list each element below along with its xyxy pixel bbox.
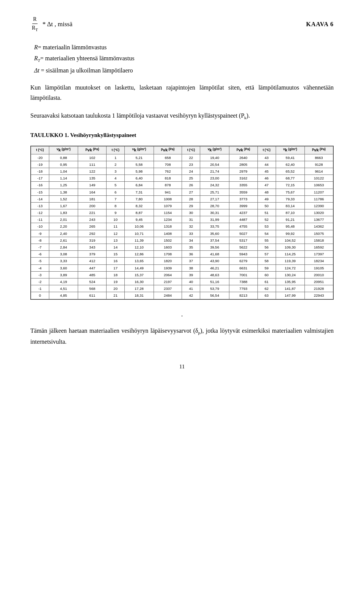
table-cell: 1318 — [154, 223, 182, 230]
table-cell: 5622 — [229, 244, 257, 251]
table-cell: 1 — [107, 154, 125, 161]
table-cell: 30 — [182, 209, 200, 216]
table-cell: 104,52 — [276, 237, 305, 244]
table-cell: 10122 — [305, 175, 333, 182]
table-cell: 18234 — [305, 258, 333, 264]
table-cell: 1708 — [154, 251, 182, 258]
table-cell: -12 — [31, 209, 49, 216]
table-cell: 1,25 — [49, 182, 78, 189]
table-cell: 3162 — [229, 175, 257, 182]
dot-separator: . — [30, 309, 334, 320]
table-cell: 49 — [257, 195, 276, 202]
table-cell: 8,87 — [125, 209, 154, 216]
table-cell: 15818 — [305, 237, 333, 244]
table-row: -53,334121613,6518203743,90627958119,391… — [31, 258, 333, 264]
table-row: -131,6720088,3210792928,7039995083,14123… — [31, 202, 333, 209]
table-cell: -2 — [31, 278, 49, 285]
table-cell: 708 — [154, 161, 182, 168]
table-cell: 39,56 — [200, 244, 229, 251]
table-cell: 79,33 — [276, 195, 305, 202]
table-cell: 14,49 — [125, 264, 154, 271]
table-cell: 412 — [78, 258, 107, 264]
table-cell: 39 — [182, 271, 200, 278]
table-cell: 4237 — [229, 209, 257, 216]
table-cell: 2,61 — [49, 237, 78, 244]
table-cell: 5,98 — [125, 168, 154, 175]
table-cell: 114,25 — [276, 251, 305, 258]
table-cell: 47 — [257, 182, 276, 189]
table-cell: 48 — [257, 189, 276, 195]
col-header-vk2: vk (g/m³) — [125, 146, 154, 154]
table-cell: 164 — [78, 189, 107, 195]
formula-line: R RT * Δt , missä KAAVA 6 — [30, 15, 334, 33]
table-cell: 3999 — [229, 202, 257, 209]
table-cell: 33 — [182, 230, 200, 237]
table-cell: 68,77 — [276, 175, 305, 182]
table-cell: 57 — [257, 251, 276, 258]
table-cell: 59,41 — [276, 154, 305, 161]
table-cell: 1603 — [154, 244, 182, 251]
table-cell: 53 — [257, 223, 276, 230]
table-cell: 3,33 — [49, 258, 78, 264]
table-cell: 818 — [154, 175, 182, 182]
table-cell: 65,52 — [276, 168, 305, 175]
table-cell: 447 — [78, 264, 107, 271]
table-cell: 60 — [257, 271, 276, 278]
fraction-denominator: RT — [31, 24, 39, 33]
table-cell: 28,70 — [200, 202, 229, 209]
table-cell: 9,45 — [125, 216, 154, 223]
table-cell: 72,15 — [276, 182, 305, 189]
table-cell: 11 — [107, 223, 125, 230]
table-cell: 11207 — [305, 189, 333, 195]
table-cell: 62,40 — [276, 161, 305, 168]
table-cell: 20951 — [305, 278, 333, 285]
table-cell: 13020 — [305, 209, 333, 216]
table-cell: 12390 — [305, 202, 333, 209]
table-cell: 1079 — [154, 202, 182, 209]
table-cell: 25,71 — [200, 189, 229, 195]
table-cell: 45 — [257, 168, 276, 175]
table-cell: 48,63 — [200, 271, 229, 278]
table-row: -151,3816467,319412725,7135594875,671120… — [31, 189, 333, 195]
table-cell: 0,88 — [49, 154, 78, 161]
table-cell: 12,86 — [125, 251, 154, 258]
table-cell: 200 — [78, 202, 107, 209]
table-cell: 56,54 — [200, 292, 229, 299]
table-cell: 22 — [182, 154, 200, 161]
table-cell: 5027 — [229, 230, 257, 237]
table-cell: 18,31 — [125, 292, 154, 299]
table-cell: -4 — [31, 264, 49, 271]
table-cell: 130,24 — [276, 271, 305, 278]
table-cell: -14 — [31, 195, 49, 202]
table-cell: 2337 — [154, 285, 182, 292]
table-cell: 16 — [107, 258, 125, 264]
table-cell: 56 — [257, 244, 276, 251]
table-cell: 44 — [257, 161, 276, 168]
formula-text: * Δt , missä — [42, 19, 72, 29]
table-cell: 135 — [78, 175, 107, 182]
table-cell: 41 — [182, 285, 200, 292]
table-cell: 46 — [257, 175, 276, 182]
table-cell: 2640 — [229, 154, 257, 161]
fraction: R RT — [31, 15, 39, 33]
table-cell: 16592 — [305, 244, 333, 251]
table-cell: 33,75 — [200, 223, 229, 230]
table-cell: 319 — [78, 237, 107, 244]
table-cell: 83,14 — [276, 202, 305, 209]
table-cell: 13,65 — [125, 258, 154, 264]
table-cell: 1,52 — [49, 195, 78, 202]
table-cell: 17397 — [305, 251, 333, 258]
table-cell: -3 — [31, 271, 49, 278]
table-cell: 611 — [78, 292, 107, 299]
table-cell: 485 — [78, 271, 107, 278]
table-row: -181,0412235,987622421,7429794565,529614 — [31, 168, 333, 175]
table-cell: 941 — [154, 189, 182, 195]
table-row: -43,604471714,4919393846,21663159124,721… — [31, 264, 333, 271]
table-cell: 29 — [182, 202, 200, 209]
table-cell: 41,68 — [200, 251, 229, 258]
table-cell: 4487 — [229, 216, 257, 223]
table-cell: 4,19 — [49, 278, 78, 285]
fraction-numerator: R — [32, 15, 37, 24]
table-cell: -9 — [31, 230, 49, 237]
table-cell: -11 — [31, 216, 49, 223]
